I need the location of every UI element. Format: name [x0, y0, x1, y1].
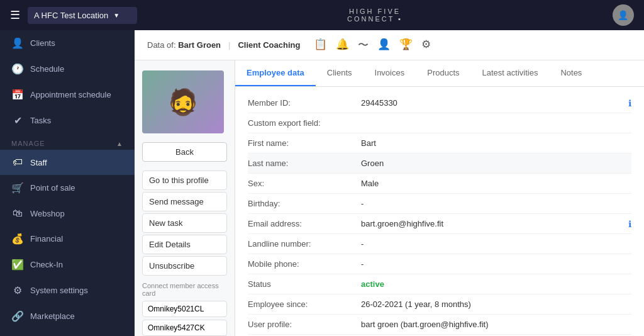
value-employee-since: 26-02-2021 (1 year, 8 months) [361, 300, 631, 309]
label-birthday: Birthday: [248, 199, 361, 208]
topbar-right: 👤 [613, 4, 634, 26]
pos-icon: 🛒 [11, 182, 24, 194]
row-sex: Sex: Male [248, 174, 631, 194]
row-employee-since: Employee since: 26-02-2021 (1 year, 8 mo… [248, 294, 631, 315]
label-mobile: Mobile phone: [248, 259, 361, 269]
trophy-icon[interactable]: 🏆 [399, 38, 413, 52]
sidebar-item-marketplace[interactable]: 🔗 Marketplace [0, 303, 135, 329]
unsubscribe-button[interactable]: Unsubscribe [142, 256, 227, 276]
sidebar-label-settings: System settings [30, 286, 88, 295]
marketplace-icon: 🔗 [11, 310, 24, 322]
new-task-button[interactable]: New task [142, 213, 227, 233]
label-member-id: Member ID: [248, 98, 361, 108]
activity-icon[interactable]: 〜 [358, 38, 369, 52]
gear-icon[interactable]: ⚙ [421, 38, 431, 52]
value-mobile: - [361, 259, 631, 269]
info-email-icon[interactable]: ℹ [628, 219, 631, 229]
label-custom-export: Custom export field: [248, 118, 361, 128]
value-last-name: Groen [361, 159, 631, 168]
row-member-id: Member ID: 29445330 ℹ [248, 93, 631, 113]
profile-photo: 🧔 [142, 70, 224, 133]
bell-icon[interactable]: 🔔 [336, 38, 349, 52]
value-email: bart.groen@highfive.fit [361, 219, 623, 228]
tab-employee-data[interactable]: Employee data [235, 60, 316, 86]
label-employee-since: Employee since: [248, 300, 361, 309]
checkin-icon: ✅ [11, 259, 24, 271]
person-name: Bart Groen [178, 40, 221, 50]
value-landline: - [361, 239, 631, 249]
tasks-icon: ✔ [11, 115, 24, 126]
profile-content: 🧔 Back Go to this profile Send message N… [135, 60, 644, 336]
brand-sub: CONNECT ▪ [347, 15, 402, 23]
appointment-icon: 📅 [11, 89, 24, 101]
row-status: Status active [248, 274, 631, 294]
label-email: Email address: [248, 219, 361, 228]
sidebar-label-clients: Clients [30, 38, 55, 48]
tab-latest-activities[interactable]: Latest activities [471, 60, 550, 86]
manage-arrow-icon: ▲ [116, 140, 123, 147]
sidebar-label-pos: Point of sale [30, 183, 75, 193]
omnikey-5021cl-input[interactable] [142, 301, 227, 317]
staff-icon: 🏷 [11, 157, 24, 168]
tabs: Employee data Clients Invoices Products … [235, 60, 644, 87]
sidebar-item-tasks[interactable]: ✔ Tasks [0, 108, 135, 133]
info-member-id-icon[interactable]: ℹ [628, 98, 631, 108]
value-user-profile: bart groen (bart.groen@highfive.fit) [361, 320, 631, 329]
sidebar-item-clients[interactable]: 👤 Clients [0, 30, 135, 56]
profile-photo-img: 🧔 [142, 70, 224, 133]
sidebar-label-marketplace: Marketplace [30, 311, 75, 321]
avatar[interactable]: 👤 [613, 4, 634, 26]
send-message-button[interactable]: Send message [142, 192, 227, 211]
sidebar: 👤 Clients 🕐 Schedule 📅 Appointment sched… [0, 30, 135, 336]
omnikey-5427ck-input[interactable] [142, 320, 227, 336]
edit-details-button[interactable]: Edit Details [142, 235, 227, 254]
sidebar-item-system-settings[interactable]: ⚙ System settings [0, 277, 135, 303]
row-birthday: Birthday: - [248, 194, 631, 214]
right-panel: Employee data Clients Invoices Products … [235, 60, 644, 336]
tab-notes[interactable]: Notes [549, 60, 593, 86]
employee-data-table: Member ID: 29445330 ℹ Custom export fiel… [235, 87, 644, 336]
sidebar-item-staff[interactable]: 🏷 Staff [0, 150, 135, 175]
chevron-down-icon: ▼ [113, 12, 119, 19]
brand-name: HIGH FIVE [347, 8, 402, 15]
hamburger-menu[interactable]: ☰ [10, 8, 20, 22]
row-custom-export: Custom export field: [248, 113, 631, 133]
header-icons: 📋 🔔 〜 👤 🏆 ⚙ [314, 38, 431, 52]
tab-clients[interactable]: Clients [316, 60, 364, 86]
manage-section: MANAGE ▲ [0, 133, 135, 150]
location-selector[interactable]: A HFC Test Location ▼ [28, 7, 137, 24]
row-first-name: First name: Bart [248, 133, 631, 154]
row-email: Email address: bart.groen@highfive.fit ℹ [248, 214, 631, 234]
header-module: Client Coaching [238, 40, 300, 50]
go-to-profile-button[interactable]: Go to this profile [142, 171, 227, 190]
left-panel: 🧔 Back Go to this profile Send message N… [135, 60, 235, 336]
sidebar-item-appointment-schedule[interactable]: 📅 Appointment schedule [0, 82, 135, 108]
sidebar-item-mobile-apps[interactable]: 📱 Mobile apps [0, 329, 135, 336]
content-area: Data of: Bart Groen | Client Coaching 📋 … [135, 30, 644, 336]
label-status: Status [248, 279, 361, 289]
sidebar-item-webshop[interactable]: 🛍 Webshop [0, 201, 135, 226]
sidebar-label-webshop: Webshop [30, 209, 65, 218]
connect-section: Connect member access card [142, 282, 227, 336]
tab-products[interactable]: Products [416, 60, 470, 86]
sidebar-item-schedule[interactable]: 🕐 Schedule [0, 56, 135, 82]
row-landline: Landline number: - [248, 234, 631, 254]
location-name: A HFC Test Location [34, 11, 108, 20]
sidebar-item-point-of-sale[interactable]: 🛒 Point of sale [0, 175, 135, 201]
label-sex: Sex: [248, 179, 361, 188]
label-last-name: Last name: [248, 159, 361, 168]
label-first-name: First name: [248, 138, 361, 148]
sidebar-item-check-in[interactable]: ✅ Check-In [0, 252, 135, 277]
profile-icon[interactable]: 👤 [377, 38, 391, 52]
schedule-icon: 🕐 [11, 63, 24, 75]
header-divider: | [228, 40, 230, 50]
checklist-icon[interactable]: 📋 [314, 38, 327, 52]
brand-logo: HIGH FIVE CONNECT ▪ [347, 8, 402, 23]
value-first-name: Bart [361, 138, 631, 148]
sidebar-label-appointment: Appointment schedule [30, 90, 111, 99]
manage-label: MANAGE [11, 140, 45, 147]
back-button[interactable]: Back [142, 142, 227, 162]
sidebar-item-financial[interactable]: 💰 Financial [0, 226, 135, 252]
tab-invoices[interactable]: Invoices [364, 60, 416, 86]
topbar: ☰ A HFC Test Location ▼ HIGH FIVE CONNEC… [0, 0, 644, 30]
